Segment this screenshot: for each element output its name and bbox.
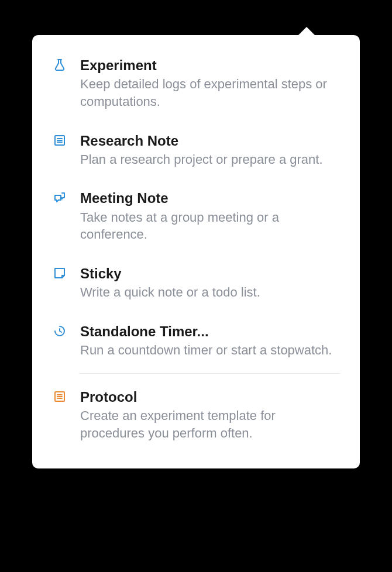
menu-item-title: Experiment (80, 56, 340, 74)
menu-item-timer[interactable]: Standalone Timer... Run a countdown time… (32, 312, 360, 370)
flask-icon (52, 57, 67, 73)
protocol-icon (52, 389, 67, 404)
menu-item-text: Meeting Note Take notes at a group meeti… (80, 189, 340, 243)
menu-item-title: Protocol (80, 388, 340, 406)
menu-item-text: Experiment Keep detailed logs of experim… (80, 56, 340, 111)
menu-item-title: Meeting Note (80, 189, 340, 207)
menu-item-text: Sticky Write a quick note or a todo list… (80, 264, 340, 301)
create-menu-popover: Experiment Keep detailed logs of experim… (32, 35, 360, 468)
menu-item-text: Standalone Timer... Run a countdown time… (80, 322, 340, 359)
menu-item-protocol[interactable]: Protocol Create an experiment template f… (32, 377, 360, 453)
lines-icon (52, 133, 67, 148)
menu-item-research-note[interactable]: Research Note Plan a research project or… (32, 121, 360, 179)
timer-icon (52, 323, 67, 339)
menu-item-title: Sticky (80, 264, 340, 282)
menu-item-desc: Keep detailed logs of experimental steps… (80, 75, 340, 110)
menu-item-title: Standalone Timer... (80, 322, 340, 340)
chat-icon (52, 190, 67, 205)
menu-item-desc: Create an experiment template for proced… (80, 407, 340, 442)
menu-item-meeting-note[interactable]: Meeting Note Take notes at a group meeti… (32, 178, 360, 254)
menu-item-desc: Run a countdown timer or start a stopwat… (80, 342, 340, 359)
menu-item-text: Research Note Plan a research project or… (80, 132, 340, 168)
sticky-icon (52, 266, 67, 281)
menu-item-desc: Plan a research project or prepare a gra… (80, 151, 340, 168)
menu-item-text: Protocol Create an experiment template f… (80, 388, 340, 442)
menu-item-desc: Write a quick note or a todo list. (80, 284, 340, 301)
menu-item-desc: Take notes at a group meeting or a confe… (80, 209, 340, 243)
menu-item-experiment[interactable]: Experiment Keep detailed logs of experim… (32, 46, 360, 121)
menu-divider (79, 373, 340, 374)
menu-item-sticky[interactable]: Sticky Write a quick note or a todo list… (32, 254, 360, 312)
menu-item-title: Research Note (80, 132, 340, 150)
